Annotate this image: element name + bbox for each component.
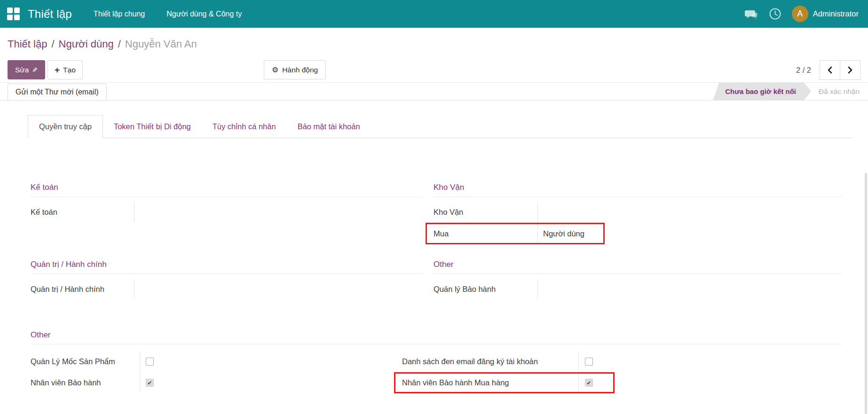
field-label-warranty-manager: Quản lý Bảo hành — [434, 285, 496, 294]
settings-page: Thiết lập Thiết lập chung Người dùng & C… — [0, 0, 868, 414]
field-label-administration: Quản trị / Hành chính — [31, 285, 104, 294]
apps-grid-icon[interactable] — [7, 8, 20, 20]
messages-icon[interactable] — [744, 8, 758, 20]
create-button[interactable]: + Tạo — [47, 60, 83, 79]
field-label-warranty-employee: Nhân viên Bảo hành — [31, 378, 101, 387]
menu-general-settings[interactable]: Thiết lập chung — [94, 0, 145, 28]
breadcrumb: Thiết lập / Người dùng / Nguyễn Văn An — [0, 28, 868, 60]
field-separator — [134, 279, 134, 299]
field-label-inventory: Kho Vận — [434, 208, 463, 217]
plus-icon: + — [55, 65, 60, 74]
field-row-product-milestone: Quản Lý Mốc Sản Phẩm — [31, 351, 228, 372]
gear-icon: ⚙ — [272, 65, 278, 74]
field-separator — [578, 373, 579, 392]
tab-mobile-device-token[interactable]: Token Thiết bị Di động — [103, 115, 202, 138]
field-label-accounting: Kế toán — [31, 208, 57, 217]
field-row-warranty-manager: Quản lý Bảo hành — [434, 278, 842, 300]
tab-account-security[interactable]: Bảo mật tài khoản — [287, 115, 371, 138]
field-row-purchase: Mua Người dùng — [434, 223, 842, 244]
checkbox-email-blacklist[interactable] — [585, 358, 593, 366]
status-stage-confirmed[interactable]: Đã xác nhận — [811, 87, 860, 96]
check-icon: ✔ — [586, 380, 591, 386]
field-separator — [134, 202, 134, 222]
field-separator — [578, 352, 579, 371]
field-row-administration: Quản trị / Hành chính — [31, 278, 422, 300]
navbar-menu: Thiết lập chung Người dùng & Công ty — [94, 0, 242, 28]
field-value-purchase[interactable]: Người dùng — [543, 229, 584, 238]
tab-preferences[interactable]: Tùy chỉnh cá nhân — [202, 115, 287, 138]
checkbox-warranty-employee[interactable]: ✔ — [146, 379, 154, 387]
chevron-right-icon — [847, 66, 853, 74]
create-button-label: Tạo — [63, 66, 76, 74]
field-separator — [537, 202, 538, 222]
statusbar: Chưa bao giờ kết nối Đã xác nhận — [713, 83, 860, 100]
status-stage-never-connected[interactable]: Chưa bao giờ kết nối — [713, 83, 811, 100]
edit-button-label: Sửa — [15, 66, 29, 74]
navbar-right: A Administrator — [744, 6, 859, 22]
breadcrumb-separator: / — [118, 38, 121, 50]
group-title-inventory: Kho Vận — [434, 183, 842, 197]
checkbox-product-milestone[interactable] — [146, 358, 154, 366]
field-separator — [537, 279, 538, 299]
field-separator — [140, 352, 140, 371]
breadcrumb-settings[interactable]: Thiết lập — [8, 38, 47, 50]
group-title-other-right: Other — [434, 260, 842, 274]
check-icon: ✔ — [147, 380, 152, 386]
tab-access-rights[interactable]: Quyền truy cập — [28, 115, 103, 138]
field-separator — [140, 373, 140, 392]
pager-count: 2 / 2 — [796, 66, 811, 75]
field-row-warranty-employee: Nhân viên Bảo hành ✔ — [31, 372, 228, 393]
action-button-label: Hành động — [282, 66, 318, 74]
action-menu-button[interactable]: ⚙ Hành động — [264, 60, 326, 79]
top-navbar: Thiết lập Thiết lập chung Người dùng & C… — [0, 0, 868, 28]
group-title-accounting: Kế toán — [31, 183, 422, 197]
breadcrumb-users[interactable]: Người dùng — [59, 38, 114, 50]
field-label-product-milestone: Quản Lý Mốc Sản Phẩm — [31, 357, 115, 366]
field-row-accounting: Kế toán — [31, 201, 422, 223]
edit-button[interactable]: Sửa ✎ — [8, 60, 45, 79]
app-title[interactable]: Thiết lập — [28, 8, 72, 21]
checkbox-warranty-purchase-employee[interactable]: ✔ — [585, 379, 593, 387]
user-name: Administrator — [813, 9, 859, 18]
pencil-icon: ✎ — [32, 66, 38, 74]
record-pager: 2 / 2 — [796, 60, 860, 80]
user-menu[interactable]: A Administrator — [792, 6, 859, 22]
group-title-administration: Quản trị / Hành chính — [31, 260, 422, 274]
send-invitation-email-button[interactable]: Gửi một Thư mời (email) — [8, 84, 107, 101]
vertical-scrollbar[interactable] — [865, 173, 867, 414]
pager-previous-button[interactable] — [820, 60, 840, 80]
pager-next-button[interactable] — [840, 60, 860, 80]
chevron-left-icon — [827, 66, 833, 74]
group-title-other-bottom: Other — [31, 330, 842, 344]
field-label-email-blacklist: Danh sách đen email đăng ký tài khoản — [402, 357, 538, 366]
activities-clock-icon[interactable] — [769, 8, 781, 20]
field-label-purchase: Mua — [434, 229, 449, 238]
menu-users-companies[interactable]: Người dùng & Công ty — [166, 0, 242, 28]
field-separator — [537, 224, 538, 243]
notebook-tabs: Quyền truy cập Token Thiết bị Di động Tù… — [28, 115, 852, 138]
avatar[interactable]: A — [792, 6, 808, 22]
breadcrumb-current-record: Nguyễn Văn An — [125, 38, 197, 50]
field-row-email-blacklist: Danh sách đen email đăng ký tài khoản — [402, 351, 647, 372]
field-label-warranty-purchase-employee: Nhân viên Bảo hành Mua hàng — [402, 378, 509, 387]
field-row-inventory: Kho Vận — [434, 201, 842, 223]
breadcrumb-separator: / — [51, 38, 54, 50]
field-row-warranty-purchase-employee: Nhân viên Bảo hành Mua hàng ✔ — [402, 372, 647, 393]
divider — [0, 100, 868, 101]
